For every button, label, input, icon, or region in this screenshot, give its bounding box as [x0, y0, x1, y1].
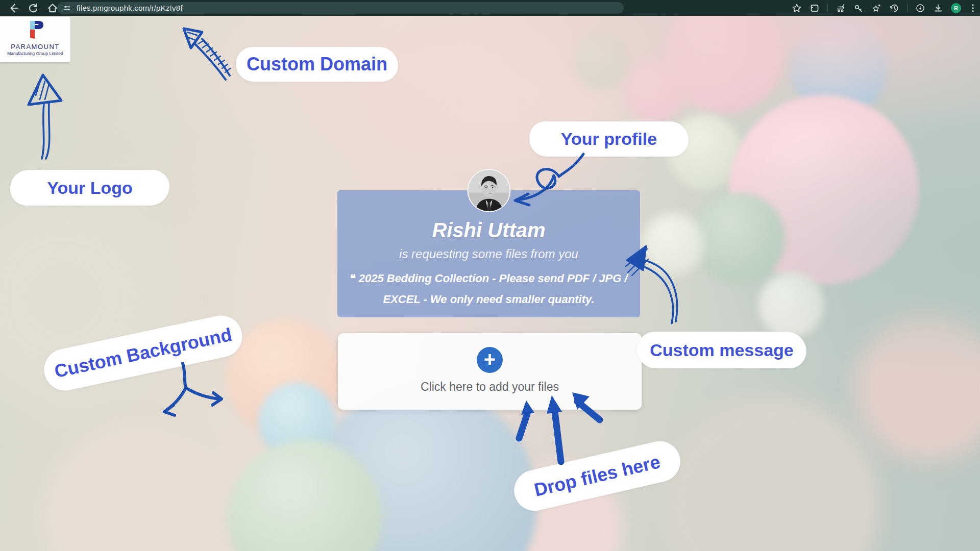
company-name: PARAMOUNT	[0, 43, 70, 51]
browser-toolbar: files.pmgrouphk.com/r/pKzIv8f R	[0, 0, 980, 16]
url-bar[interactable]: files.pmgrouphk.com/r/pKzIv8f	[57, 2, 624, 14]
request-subtitle: is requesting some files from you	[337, 247, 640, 261]
company-logo: PARAMOUNT Manufacturing Group Limited	[0, 17, 70, 62]
toolbar-separator	[907, 4, 908, 12]
add-files-button[interactable]: +	[477, 347, 503, 373]
side-panel-icon[interactable]	[810, 3, 820, 13]
annotation-your-profile: Your profile	[529, 121, 689, 157]
background-sphere	[855, 314, 980, 462]
background-sphere	[758, 272, 824, 338]
paramount-logo-mark	[25, 20, 45, 40]
upload-label: Click here to add your files	[338, 380, 642, 394]
fork-arrow-background-icon	[153, 362, 230, 421]
key-icon[interactable]	[853, 3, 864, 13]
download-icon[interactable]	[933, 3, 943, 13]
page: files.pmgrouphk.com/r/pKzIv8f R PARAMOUN…	[0, 0, 980, 551]
background-sphere	[665, 0, 783, 113]
background-sphere	[642, 213, 704, 276]
message-line-2: EXCEL - We only need smaller quantity.	[383, 293, 594, 306]
toolbar-separator	[827, 4, 828, 12]
upload-dropzone[interactable]: + Click here to add your files	[338, 333, 642, 410]
custom-message-text: ❝2025 Bedding Collection - Please send P…	[350, 268, 628, 310]
background-sphere	[661, 395, 880, 551]
reload-icon[interactable]	[28, 3, 39, 14]
site-info-icon[interactable]	[62, 4, 71, 13]
quote-mark: ❝	[350, 272, 355, 284]
background-sphere	[46, 427, 225, 551]
annotation-custom-message: Custom message	[637, 332, 806, 368]
home-icon[interactable]	[47, 3, 58, 14]
toolbar-actions: R	[792, 0, 977, 16]
file-request-card: Rishi Uttam is requesting some files fro…	[337, 190, 640, 317]
background-sphere	[694, 193, 785, 284]
annotation-your-logo: Your Logo	[10, 170, 169, 206]
annotation-custom-domain: Custom Domain	[236, 47, 398, 82]
back-icon[interactable]	[8, 3, 19, 14]
menu-kebab-icon[interactable]	[969, 3, 977, 13]
cart-icon[interactable]	[836, 3, 846, 13]
bookmark-star-icon[interactable]	[792, 3, 802, 13]
arrow-to-logo-icon	[22, 73, 67, 162]
history-icon[interactable]	[889, 3, 899, 13]
portrait-photo	[468, 170, 509, 211]
requester-avatar	[467, 169, 510, 212]
browser-profile-avatar[interactable]: R	[951, 3, 961, 13]
message-line-1: 2025 Bedding Collection - Please send PD…	[359, 272, 628, 285]
star-sparkle-icon[interactable]	[871, 3, 881, 13]
arrow-to-url-icon	[179, 24, 236, 83]
requester-name: Rishi Uttam	[337, 219, 640, 242]
url-text[interactable]: files.pmgrouphk.com/r/pKzIv8f	[77, 4, 183, 12]
energy-saver-icon[interactable]	[915, 3, 925, 13]
background-sphere	[572, 31, 630, 89]
company-subtitle: Manufacturing Group Limited	[0, 51, 70, 56]
